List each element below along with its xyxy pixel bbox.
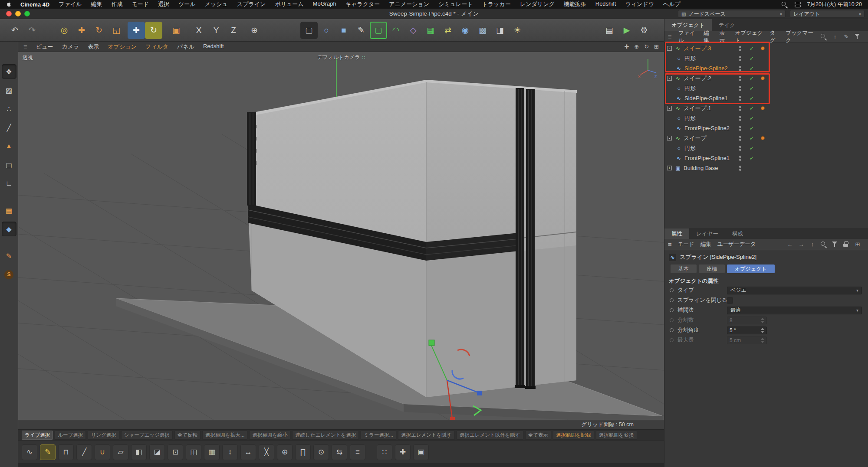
viewport-menu-item[interactable]: フィルタ [145,43,168,51]
enabled-check-icon[interactable]: ✓ [750,56,754,62]
cloner-icon[interactable]: ▦ [422,22,439,39]
close-hole-tool[interactable]: ⊙ [313,444,329,460]
menubar-item[interactable]: Redshift [595,0,616,8]
expander-toggle[interactable]: - [667,136,672,140]
select-connected-button[interactable]: 連続したエレメントを選択 [292,431,359,440]
scroll-up-icon[interactable]: ↑ [832,33,838,40]
show-all-button[interactable]: 全て表示 [525,431,551,440]
spinner-field[interactable]: 5 cm [727,336,767,344]
viewport-menu-item[interactable]: ビュー [36,43,53,51]
smooth-shift-tool[interactable]: ◫ [186,444,201,460]
add-tool[interactable]: ✚ [395,444,411,460]
slide-tool[interactable]: ⇆ [332,444,347,460]
visibility-dots[interactable] [739,136,741,141]
lock-z-axis[interactable]: Z [225,22,242,39]
rotate-tool[interactable]: ↻ [90,22,108,39]
arrange-tool[interactable]: ≡ [350,444,365,460]
menubar-item[interactable]: ツール [178,0,196,8]
iron-tool[interactable]: ▱ [113,444,128,460]
sweep-generator-icon[interactable]: ◠ [387,22,404,39]
expander-toggle[interactable]: - [667,46,672,51]
enabled-check-icon[interactable]: ✓ [750,115,754,121]
hide-unselected-button[interactable]: 選択エレメント以外を隠す [457,431,523,440]
lock-icon[interactable] [843,241,850,248]
grow-selection-button[interactable]: 選択範囲を拡大... [202,431,247,440]
deformer-icon[interactable]: ◇ [404,22,422,39]
expander-toggle[interactable]: + [667,166,672,170]
visibility-dots[interactable] [739,126,741,131]
view-pan-icon[interactable]: ✚ [624,43,629,50]
menubar-item[interactable]: シミュレート [438,0,473,8]
spinner-field[interactable]: 8 [727,317,767,324]
enabled-check-icon[interactable]: ✓ [750,105,754,111]
snap-icon[interactable]: ◆ [2,222,16,236]
weld-tool[interactable]: ⊕ [277,444,293,460]
enabled-check-icon[interactable]: ✓ [750,125,754,131]
apple-logo-icon[interactable] [6,1,11,7]
mode-icon[interactable] [2,240,16,245]
enabled-check-icon[interactable]: ✓ [750,145,754,151]
knife-tool[interactable]: ╱ [76,444,92,460]
magnet-tool[interactable]: ∪ [95,444,110,460]
undo-icon[interactable]: ↶ [6,22,23,39]
point-mode-icon[interactable]: ∴ [2,101,16,116]
live-selection-button[interactable]: ライブ選択 [22,431,53,440]
camera-label-wrap[interactable]: デフォルトカメラ ∷ [317,54,365,61]
menubar-item[interactable]: 編集 [91,0,102,8]
dropdown-field[interactable]: ベジエ ▾ [727,287,862,294]
viewport-menu-item[interactable]: カメラ [62,43,79,51]
axis-mode-icon[interactable]: ∟ [2,176,16,191]
back-icon[interactable]: ← [786,241,793,248]
spinner-arrows[interactable] [761,318,764,323]
menubar-item[interactable]: ヘルプ [663,0,681,8]
tree-row-circle[interactable]: 円形 ✓ [664,53,868,63]
panel-tab[interactable]: 属性 [664,229,689,239]
tree-row-building-base[interactable]: + Building Base [664,163,868,173]
tree-row-circle[interactable]: 円形 ✓ [664,113,868,123]
hide-selected-button[interactable]: 選択エレメントを隠す [398,431,455,440]
matrix-extrude-tool[interactable]: ▦ [204,444,220,460]
lock-x-axis[interactable]: X [190,22,207,39]
viewport-menu-icon[interactable]: ≡ [23,43,27,50]
filter-icon[interactable] [832,241,838,248]
layout-icon[interactable]: ⊞ [854,241,861,248]
tree-row-sweep-1[interactable]: - スイープ.1 ✓ [664,103,868,113]
cube-tool[interactable]: ▣ [413,444,429,460]
attribute-section-tab[interactable]: 基本 [671,265,697,273]
visibility-dots[interactable] [739,96,741,101]
move-tool[interactable]: ✚ [73,22,90,39]
menubar-item[interactable]: ウィンドウ [625,0,654,8]
subdivision-surface-icon[interactable]: ▢ [370,22,387,39]
spinner-field[interactable]: 5 ° [727,327,767,334]
keyframe-ring-icon[interactable] [670,328,674,332]
viewport-menu-item[interactable]: パネル [177,43,194,51]
attribute-manager-menu-icon[interactable]: ≡ [668,241,672,248]
enabled-check-icon[interactable]: ✓ [750,46,754,52]
menubar-item[interactable]: メッシュ [205,0,228,8]
object-mode-icon[interactable]: ▢ [2,157,16,172]
enabled-check-icon[interactable]: ✓ [750,155,754,161]
paint-mode-icon[interactable]: ✎ [2,248,16,263]
keyframe-ring-icon[interactable] [670,308,674,312]
spinner-arrows[interactable] [761,328,764,333]
selection-dot-icon[interactable] [761,76,765,80]
camera-icon[interactable]: ◨ [491,22,509,39]
redo-icon[interactable]: ↷ [23,22,41,39]
control-center-icon[interactable] [794,2,801,7]
edit-icon[interactable]: ✎ [843,33,850,40]
object-manager-menu-item[interactable]: タグ [770,29,779,44]
search-icon[interactable] [820,33,827,40]
axis-edit-tool[interactable]: ▣ [168,22,185,39]
mode-icon[interactable] [2,195,16,199]
menubar-clock[interactable]: 7月20日(火) 午前10:20 [807,1,862,8]
sharp-edge-selection-button[interactable]: シャープエッジ選択 [121,431,173,440]
visibility-dots[interactable] [739,56,741,61]
tree-row-frontpipe-spline2[interactable]: FrontPipe-Spline2 ✓ [664,123,868,133]
menubar-item[interactable]: アニメーション [389,0,429,8]
viewport-menu-item[interactable]: オプション [108,43,137,51]
visibility-dots[interactable] [739,146,741,151]
live-selection-tool[interactable]: ◎ [56,22,73,39]
viewport-menu-item[interactable]: Redshift [203,43,224,51]
spline-smooth-tool[interactable]: ∿ [22,444,37,460]
menubar-item[interactable]: トラッカー [482,0,511,8]
